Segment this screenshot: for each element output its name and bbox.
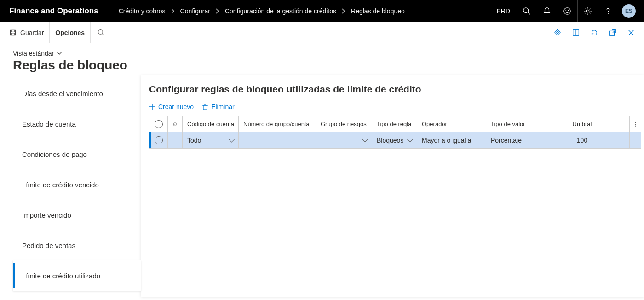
chevron-right-icon <box>216 8 219 14</box>
col-header-account-code[interactable]: Código de cuenta <box>183 116 239 132</box>
row-select[interactable] <box>150 132 168 149</box>
cell-risk-group[interactable] <box>316 132 372 149</box>
svg-point-0 <box>523 8 529 13</box>
svg-rect-19 <box>203 105 207 110</box>
options-label: Opciones <box>55 29 85 36</box>
save-button[interactable]: Guardar <box>4 22 50 43</box>
svg-point-5 <box>586 10 589 12</box>
plus-icon <box>149 104 155 110</box>
cell-rule-type[interactable]: Bloqueos <box>372 132 417 149</box>
popout-icon[interactable] <box>604 22 622 43</box>
content-title: Configurar reglas de bloqueo utilizadas … <box>149 84 641 95</box>
left-nav: Días desde el vencimiento Estado de cuen… <box>13 75 141 297</box>
body-split: Días desde el vencimiento Estado de cuen… <box>0 75 644 297</box>
col-header-group-number[interactable]: Número de grupo/cuenta <box>239 116 316 132</box>
col-header-risk-group[interactable]: Grupo de riesgos <box>316 116 372 132</box>
grid-toolbar: Crear nuevo Eliminar <box>149 103 641 110</box>
svg-line-11 <box>103 34 104 35</box>
delete-button[interactable]: Eliminar <box>202 103 235 110</box>
svg-point-6 <box>608 13 609 14</box>
help-icon[interactable] <box>598 0 618 22</box>
trash-icon <box>202 104 208 110</box>
nav-item-days-overdue[interactable]: Días desde el vencimiento <box>13 78 141 109</box>
app-brand: Finance and Operations <box>9 6 98 16</box>
grid-header: Código de cuenta Número de grupo/cuenta … <box>150 116 641 132</box>
avatar[interactable]: ES <box>622 4 636 18</box>
row-refresh-cell <box>168 132 183 149</box>
page-title: Reglas de bloqueo <box>13 58 631 73</box>
cell-operator[interactable]: Mayor a o igual a <box>417 132 486 149</box>
new-button[interactable]: Crear nuevo <box>149 103 194 110</box>
search-icon[interactable] <box>91 22 112 43</box>
content-panel: Configurar reglas de bloqueo utilizadas … <box>141 75 644 297</box>
col-header-operator[interactable]: Operador <box>417 116 486 132</box>
cell-value-type[interactable]: Porcentaje <box>486 132 535 149</box>
attachment-icon[interactable] <box>548 22 567 43</box>
chevron-right-icon <box>342 8 345 14</box>
svg-point-2 <box>564 8 570 14</box>
table-row[interactable]: Todo Bloqueos Mayor a o igual a Porcenta… <box>150 132 641 149</box>
save-label: Guardar <box>20 29 44 36</box>
svg-point-4 <box>568 10 569 11</box>
gear-icon[interactable] <box>578 0 598 22</box>
svg-point-22 <box>635 122 636 123</box>
svg-rect-9 <box>12 33 14 35</box>
svg-line-1 <box>528 12 530 15</box>
svg-rect-7 <box>10 30 15 35</box>
cell-threshold[interactable]: 100 <box>535 132 630 149</box>
topbar: Finance and Operations Crédito y cobros … <box>0 0 644 22</box>
new-label: Crear nuevo <box>158 103 194 110</box>
col-header-rule-type[interactable]: Tipo de regla <box>372 116 417 132</box>
environment-label[interactable]: ERD <box>490 0 517 22</box>
col-header-more[interactable] <box>630 116 641 132</box>
svg-point-23 <box>635 124 636 125</box>
refresh-column-header[interactable] <box>168 116 183 132</box>
view-label: Vista estándar <box>13 50 54 57</box>
breadcrumb-item[interactable]: Crédito y cobros <box>119 7 166 15</box>
panel-icon[interactable] <box>567 22 585 43</box>
breadcrumb-item[interactable]: Configurar <box>180 7 210 15</box>
topbar-right: ERD ES <box>490 0 638 22</box>
svg-point-3 <box>565 10 566 11</box>
nav-item-expired-credit-limit[interactable]: Límite de crédito vencido <box>13 169 141 200</box>
col-header-threshold[interactable]: Umbral <box>535 116 630 132</box>
chevron-down-icon <box>57 52 62 55</box>
refresh-icon[interactable] <box>585 22 604 43</box>
col-header-value-type[interactable]: Tipo de valor <box>486 116 535 132</box>
grid: Código de cuenta Número de grupo/cuenta … <box>149 116 641 272</box>
view-selector[interactable]: Vista estándar <box>13 50 62 57</box>
circle-icon <box>155 136 163 144</box>
search-icon[interactable] <box>517 0 537 22</box>
notification-icon[interactable] <box>537 0 557 22</box>
nav-item-account-status[interactable]: Estado de cuenta <box>13 109 141 139</box>
breadcrumb-item[interactable]: Configuración de la gestión de créditos <box>225 7 336 15</box>
nav-item-overdue-amount[interactable]: Importe vencido <box>13 200 141 230</box>
breadcrumb: Crédito y cobros Configurar Configuració… <box>119 7 489 15</box>
page-header: Vista estándar Reglas de bloqueo <box>0 43 644 75</box>
chevron-right-icon <box>171 8 175 14</box>
cell-account-code[interactable]: Todo <box>183 132 239 149</box>
nav-item-credit-limit-used[interactable]: Límite de crédito utilizado <box>13 260 141 291</box>
circle-icon <box>155 120 163 128</box>
cell-more <box>630 132 641 149</box>
svg-point-24 <box>635 125 636 126</box>
close-icon[interactable] <box>622 22 640 43</box>
nav-item-payment-terms[interactable]: Condiciones de pago <box>13 139 141 169</box>
delete-label: Eliminar <box>211 103 235 110</box>
svg-point-10 <box>98 29 103 34</box>
actionbar-right <box>548 22 640 43</box>
feedback-icon[interactable] <box>557 0 577 22</box>
svg-rect-8 <box>12 30 14 32</box>
select-all-header[interactable] <box>150 116 168 132</box>
options-button[interactable]: Opciones <box>50 22 91 43</box>
breadcrumb-item[interactable]: Reglas de bloqueo <box>351 7 405 15</box>
cell-group-number[interactable] <box>239 132 316 149</box>
save-icon <box>9 29 17 36</box>
actionbar: Guardar Opciones <box>0 22 644 43</box>
nav-item-sales-order[interactable]: Pedido de ventas <box>13 230 141 260</box>
